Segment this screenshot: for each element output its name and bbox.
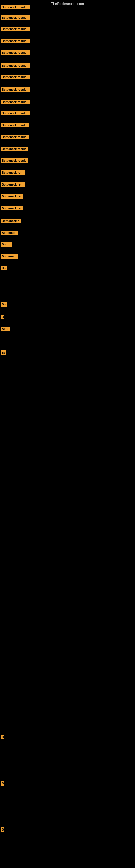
bottleneck-result-label: Bottleneck result [1, 100, 30, 104]
bottleneck-result-label: Bottleneck result [1, 75, 30, 79]
bottleneck-result-label: B [1, 781, 4, 785]
bottleneck-result-label: Bottleneck result [1, 87, 30, 92]
bottleneck-result-label: Bo [1, 266, 7, 271]
bottleneck-result-label: B [1, 315, 4, 319]
bottleneck-result-label: Bottleneck re [1, 182, 25, 187]
bottleneck-result-label: Bottleneck result [1, 111, 30, 115]
bottleneck-result-label: Bottleneck result [1, 27, 30, 31]
bottleneck-result-label: Bottlenec [1, 254, 18, 258]
bottleneck-result-label: B [1, 735, 4, 739]
bottleneck-result-label: Bottlenec [1, 230, 18, 235]
bottleneck-result-label: Bottleneck result [1, 147, 28, 151]
bottleneck-result-label: Bottleneck result [1, 39, 30, 43]
bottleneck-result-label: Bottleneck result [1, 123, 30, 127]
bottleneck-result-label: Bo [1, 302, 7, 307]
bottleneck-result-label: Bottl [1, 327, 10, 331]
bottleneck-result-label: Bottleneck result [1, 158, 28, 163]
bottleneck-result-label: Bottleneck result [1, 135, 30, 139]
bottleneck-result-label: B [1, 827, 4, 832]
bottleneck-result-label: Bottleneck r [1, 219, 21, 223]
bottleneck-result-label: Bott [1, 242, 12, 247]
bottleneck-result-label: Bottleneck result [1, 51, 30, 55]
bottleneck-result-label: Bottleneck re [1, 194, 24, 198]
bottleneck-result-label: Bottleneck result [1, 63, 30, 68]
bottleneck-result-label: Bottleneck result [1, 5, 30, 9]
bottleneck-result-label: Bo [1, 350, 6, 355]
bottleneck-result-label: Bottleneck re [1, 170, 25, 175]
bottleneck-result-label: Bottleneck result [1, 16, 30, 20]
bottleneck-result-label: Bottleneck re [1, 206, 23, 211]
